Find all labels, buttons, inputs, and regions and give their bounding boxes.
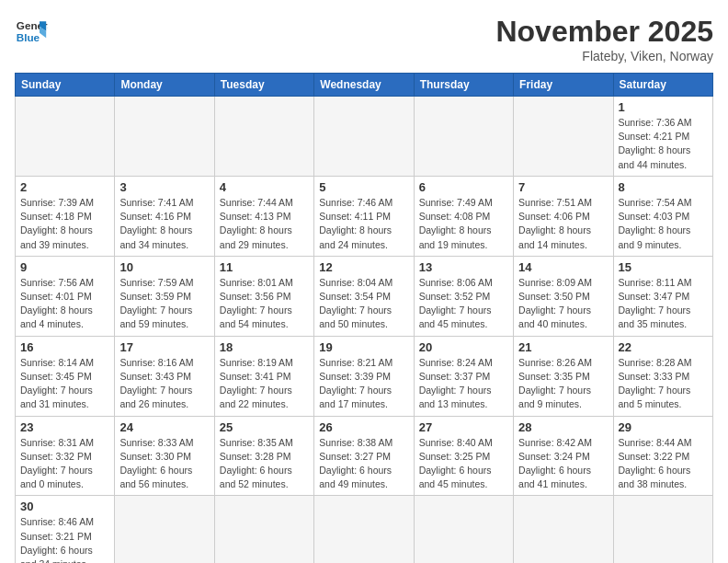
- week-row-5: 23Sunrise: 8:31 AMSunset: 3:32 PMDayligh…: [16, 416, 713, 496]
- day-info: Sunrise: 7:51 AMSunset: 4:06 PMDaylight:…: [518, 196, 608, 252]
- day-cell: [314, 97, 414, 177]
- day-cell: [214, 97, 313, 177]
- logo: General Blue: [15, 15, 48, 48]
- day-info: Sunrise: 7:41 AMSunset: 4:16 PMDaylight:…: [119, 196, 209, 252]
- day-number: 19: [319, 340, 408, 354]
- day-info: Sunrise: 7:54 AMSunset: 4:03 PMDaylight:…: [619, 196, 708, 252]
- day-number: 3: [119, 180, 209, 194]
- day-info: Sunrise: 8:46 AMSunset: 3:21 PMDaylight:…: [20, 515, 109, 563]
- day-info: Sunrise: 8:24 AMSunset: 3:37 PMDaylight:…: [419, 356, 508, 412]
- day-cell: [514, 97, 613, 177]
- day-cell: 21Sunrise: 8:26 AMSunset: 3:35 PMDayligh…: [514, 336, 613, 416]
- day-number: 16: [20, 340, 109, 354]
- day-info: Sunrise: 8:21 AMSunset: 3:39 PMDaylight:…: [319, 356, 408, 412]
- day-cell: 9Sunrise: 7:56 AMSunset: 4:01 PMDaylight…: [16, 256, 115, 336]
- day-number: 29: [619, 420, 708, 434]
- day-info: Sunrise: 8:28 AMSunset: 3:33 PMDaylight:…: [619, 356, 708, 412]
- day-number: 26: [319, 420, 408, 434]
- day-info: Sunrise: 8:16 AMSunset: 3:43 PMDaylight:…: [119, 356, 209, 412]
- weekday-header-tuesday: Tuesday: [214, 74, 313, 97]
- day-cell: 30Sunrise: 8:46 AMSunset: 3:21 PMDayligh…: [16, 496, 115, 563]
- day-cell: [414, 97, 513, 177]
- day-info: Sunrise: 8:11 AMSunset: 3:47 PMDaylight:…: [619, 276, 708, 332]
- calendar-table: SundayMondayTuesdayWednesdayThursdayFrid…: [15, 73, 713, 563]
- week-row-3: 9Sunrise: 7:56 AMSunset: 4:01 PMDaylight…: [16, 256, 713, 336]
- weekday-header-thursday: Thursday: [414, 74, 513, 97]
- day-cell: 19Sunrise: 8:21 AMSunset: 3:39 PMDayligh…: [314, 336, 414, 416]
- day-info: Sunrise: 8:26 AMSunset: 3:35 PMDaylight:…: [518, 356, 608, 412]
- day-number: 23: [20, 420, 109, 434]
- day-cell: 27Sunrise: 8:40 AMSunset: 3:25 PMDayligh…: [414, 416, 513, 496]
- day-info: Sunrise: 7:39 AMSunset: 4:18 PMDaylight:…: [20, 196, 109, 252]
- day-cell: 20Sunrise: 8:24 AMSunset: 3:37 PMDayligh…: [414, 336, 513, 416]
- day-number: 12: [319, 260, 408, 274]
- day-info: Sunrise: 8:01 AMSunset: 3:56 PMDaylight:…: [220, 276, 309, 332]
- day-info: Sunrise: 8:06 AMSunset: 3:52 PMDaylight:…: [419, 276, 508, 332]
- week-row-1: 1Sunrise: 7:36 AMSunset: 4:21 PMDaylight…: [16, 97, 713, 177]
- day-cell: 11Sunrise: 8:01 AMSunset: 3:56 PMDayligh…: [214, 256, 313, 336]
- day-number: 21: [518, 340, 608, 354]
- day-number: 20: [419, 340, 508, 354]
- day-number: 6: [419, 180, 508, 194]
- day-number: 11: [220, 260, 309, 274]
- day-cell: 12Sunrise: 8:04 AMSunset: 3:54 PMDayligh…: [314, 256, 414, 336]
- day-number: 8: [619, 180, 708, 194]
- weekday-header-monday: Monday: [115, 74, 214, 97]
- week-row-4: 16Sunrise: 8:14 AMSunset: 3:45 PMDayligh…: [16, 336, 713, 416]
- day-cell: 14Sunrise: 8:09 AMSunset: 3:50 PMDayligh…: [514, 256, 613, 336]
- day-info: Sunrise: 7:46 AMSunset: 4:11 PMDaylight:…: [319, 196, 408, 252]
- day-cell: 1Sunrise: 7:36 AMSunset: 4:21 PMDaylight…: [613, 97, 712, 177]
- day-cell: [314, 496, 414, 563]
- day-number: 5: [319, 180, 408, 194]
- day-cell: 28Sunrise: 8:42 AMSunset: 3:24 PMDayligh…: [514, 416, 613, 496]
- day-number: 1: [619, 100, 708, 114]
- day-number: 14: [518, 260, 608, 274]
- day-number: 30: [20, 500, 109, 513]
- weekday-header-row: SundayMondayTuesdayWednesdayThursdayFrid…: [16, 74, 713, 97]
- day-number: 27: [419, 420, 508, 434]
- day-info: Sunrise: 8:09 AMSunset: 3:50 PMDaylight:…: [518, 276, 608, 332]
- day-cell: 15Sunrise: 8:11 AMSunset: 3:47 PMDayligh…: [613, 256, 712, 336]
- day-cell: 13Sunrise: 8:06 AMSunset: 3:52 PMDayligh…: [414, 256, 513, 336]
- day-number: 18: [220, 340, 309, 354]
- day-info: Sunrise: 8:42 AMSunset: 3:24 PMDaylight:…: [518, 436, 608, 492]
- day-cell: 4Sunrise: 7:44 AMSunset: 4:13 PMDaylight…: [214, 176, 313, 256]
- day-cell: [214, 496, 313, 563]
- day-info: Sunrise: 8:44 AMSunset: 3:22 PMDaylight:…: [619, 436, 708, 492]
- week-row-6: 30Sunrise: 8:46 AMSunset: 3:21 PMDayligh…: [16, 496, 713, 563]
- day-cell: 25Sunrise: 8:35 AMSunset: 3:28 PMDayligh…: [214, 416, 313, 496]
- day-cell: 18Sunrise: 8:19 AMSunset: 3:41 PMDayligh…: [214, 336, 313, 416]
- day-info: Sunrise: 8:38 AMSunset: 3:27 PMDaylight:…: [319, 436, 408, 492]
- day-cell: 16Sunrise: 8:14 AMSunset: 3:45 PMDayligh…: [16, 336, 115, 416]
- day-cell: 22Sunrise: 8:28 AMSunset: 3:33 PMDayligh…: [613, 336, 712, 416]
- day-number: 10: [119, 260, 209, 274]
- day-cell: [414, 496, 513, 563]
- day-number: 28: [518, 420, 608, 434]
- day-info: Sunrise: 7:49 AMSunset: 4:08 PMDaylight:…: [419, 196, 508, 252]
- day-cell: 6Sunrise: 7:49 AMSunset: 4:08 PMDaylight…: [414, 176, 513, 256]
- day-cell: 23Sunrise: 8:31 AMSunset: 3:32 PMDayligh…: [16, 416, 115, 496]
- day-number: 25: [220, 420, 309, 434]
- day-cell: 26Sunrise: 8:38 AMSunset: 3:27 PMDayligh…: [314, 416, 414, 496]
- day-cell: 7Sunrise: 7:51 AMSunset: 4:06 PMDaylight…: [514, 176, 613, 256]
- day-cell: 29Sunrise: 8:44 AMSunset: 3:22 PMDayligh…: [613, 416, 712, 496]
- day-info: Sunrise: 8:33 AMSunset: 3:30 PMDaylight:…: [119, 436, 209, 492]
- day-number: 4: [220, 180, 309, 194]
- day-cell: 17Sunrise: 8:16 AMSunset: 3:43 PMDayligh…: [115, 336, 214, 416]
- title-block: November 2025 Flateby, Viken, Norway: [495, 15, 713, 63]
- day-cell: 24Sunrise: 8:33 AMSunset: 3:30 PMDayligh…: [115, 416, 214, 496]
- day-number: 7: [518, 180, 608, 194]
- day-number: 13: [419, 260, 508, 274]
- day-info: Sunrise: 8:19 AMSunset: 3:41 PMDaylight:…: [220, 356, 309, 412]
- day-cell: [115, 496, 214, 563]
- day-number: 15: [619, 260, 708, 274]
- day-cell: 3Sunrise: 7:41 AMSunset: 4:16 PMDaylight…: [115, 176, 214, 256]
- day-cell: [115, 97, 214, 177]
- page-header: General Blue November 2025 Flateby, Vike…: [15, 15, 713, 63]
- day-info: Sunrise: 8:35 AMSunset: 3:28 PMDaylight:…: [220, 436, 309, 492]
- day-number: 17: [119, 340, 209, 354]
- weekday-header-wednesday: Wednesday: [314, 74, 414, 97]
- day-info: Sunrise: 7:59 AMSunset: 3:59 PMDaylight:…: [119, 276, 209, 332]
- weekday-header-saturday: Saturday: [613, 74, 712, 97]
- day-cell: 10Sunrise: 7:59 AMSunset: 3:59 PMDayligh…: [115, 256, 214, 336]
